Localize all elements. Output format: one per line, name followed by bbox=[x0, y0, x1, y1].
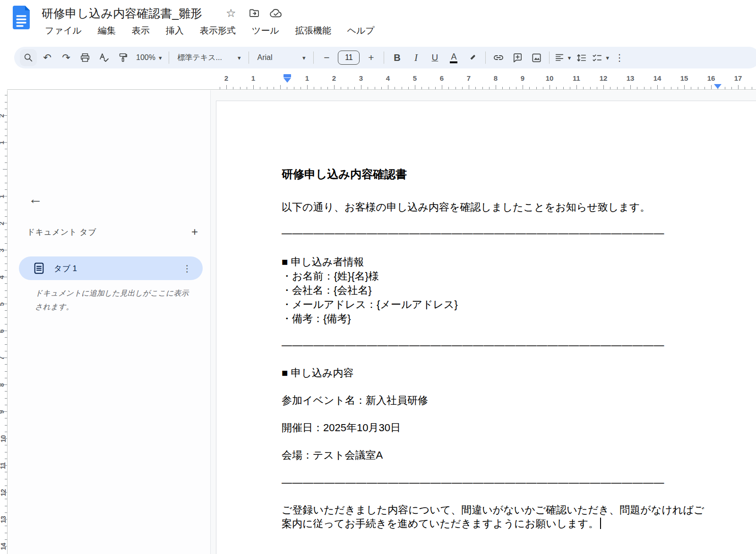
minus-icon: − bbox=[324, 52, 329, 63]
move-folder-icon[interactable] bbox=[248, 8, 260, 19]
left-indent-marker[interactable] bbox=[284, 78, 291, 83]
paint-roller-icon bbox=[118, 52, 128, 63]
doc-intro-line: 以下の通り、お客様の申し込み内容を確認しましたことをお知らせ致します。 bbox=[282, 200, 714, 214]
comment-plus-icon bbox=[512, 52, 523, 63]
insert-link-button[interactable] bbox=[490, 49, 507, 66]
highlight-color-button[interactable] bbox=[464, 49, 481, 66]
menu-insert[interactable]: 挿入 bbox=[161, 24, 189, 38]
search-button[interactable] bbox=[20, 49, 37, 66]
underline-icon: U bbox=[432, 52, 438, 63]
back-arrow-icon: ← bbox=[28, 191, 43, 207]
tab-options-button[interactable]: ⋮ bbox=[180, 263, 194, 274]
doc-info-item: ・メールアドレス：{メールアドレス} bbox=[282, 298, 714, 312]
add-comment-button[interactable] bbox=[509, 49, 526, 66]
tab-item-selected[interactable]: タブ 1 ⋮ bbox=[19, 256, 203, 280]
dropdown-caret-icon: ▾ bbox=[302, 54, 306, 61]
menubar: ファイル 編集 表示 挿入 表示形式 ツール 拡張機能 ヘルプ bbox=[40, 24, 380, 38]
divider bbox=[485, 51, 486, 64]
document-canvas: 研修申し込み内容確認書 以下の通り、お客様の申し込み内容を確認しましたことをお知… bbox=[211, 90, 756, 554]
doc-section-header: ■ 申し込み者情報 bbox=[282, 255, 714, 269]
font-size-input[interactable]: 11 bbox=[338, 51, 360, 65]
font-family-select[interactable]: Arial ▾ bbox=[253, 49, 309, 66]
line-spacing-button[interactable] bbox=[573, 49, 590, 66]
doc-date-line: 開催日：2025年10月30日 bbox=[282, 421, 714, 435]
divider bbox=[384, 51, 384, 64]
app-window: 研修申し込み内容確認書_雛形 ☆ ファイル 編集 表示 挿入 表示形式 ツール … bbox=[0, 0, 756, 554]
print-icon bbox=[80, 52, 90, 63]
undo-button[interactable]: ↶ bbox=[39, 49, 56, 66]
line-spacing-icon bbox=[576, 52, 587, 63]
plus-icon: + bbox=[368, 52, 374, 63]
doc-section-header: ■ 申し込み内容 bbox=[282, 366, 714, 380]
menu-edit[interactable]: 編集 bbox=[93, 24, 121, 38]
document-page[interactable]: 研修申し込み内容確認書 以下の通り、お客様の申し込み内容を確認しましたことをお知… bbox=[216, 101, 756, 554]
menu-extensions[interactable]: 拡張機能 bbox=[290, 24, 336, 38]
text-color-icon: A bbox=[450, 52, 457, 63]
doc-footer-paragraph: ご登録いただきました内容について、間違いがないかご確認いただき、問題がなければご… bbox=[282, 503, 714, 530]
print-button[interactable] bbox=[77, 49, 94, 66]
underline-button[interactable]: U bbox=[426, 49, 443, 66]
link-icon bbox=[493, 52, 504, 63]
tab-label: タブ 1 bbox=[54, 263, 77, 274]
toolbar-more-button[interactable]: ⋮ bbox=[611, 49, 628, 66]
search-icon bbox=[23, 52, 34, 63]
decrease-font-size-button[interactable]: − bbox=[318, 49, 335, 66]
toolbar: ↶ ↷ 100% ▾ 標準テキス... ▾ Arial ▾ − 11 + B bbox=[14, 47, 756, 68]
italic-button[interactable]: I bbox=[407, 49, 424, 66]
doc-venue-line: 会場：テスト会議室A bbox=[282, 448, 714, 462]
bold-icon: B bbox=[394, 52, 400, 63]
menu-format[interactable]: 表示形式 bbox=[195, 24, 241, 38]
doc-heading: 研修申し込み内容確認書 bbox=[282, 167, 714, 181]
tabs-panel-title: ドキュメント タブ bbox=[27, 227, 96, 238]
align-button[interactable]: ▾ bbox=[554, 49, 571, 66]
doc-event-line: 参加イベント名：新入社員研修 bbox=[282, 393, 714, 408]
document-content: 研修申し込み内容確認書 以下の通り、お客様の申し込み内容を確認しましたことをお知… bbox=[282, 167, 714, 530]
right-indent-marker[interactable] bbox=[714, 84, 722, 89]
checklist-icon bbox=[592, 52, 602, 63]
first-line-indent-marker[interactable] bbox=[284, 74, 291, 77]
star-icon[interactable]: ☆ bbox=[226, 7, 236, 20]
checklist-button[interactable]: ▾ bbox=[592, 49, 609, 66]
vertical-ruler[interactable]: 211234567891011121314 bbox=[0, 90, 8, 554]
divider bbox=[249, 51, 249, 64]
cloud-saved-icon[interactable] bbox=[269, 8, 283, 19]
header: 研修申し込み内容確認書_雛形 ☆ ファイル 編集 表示 挿入 表示形式 ツール … bbox=[0, 0, 756, 45]
menu-tools[interactable]: ツール bbox=[247, 24, 284, 38]
divider bbox=[549, 51, 550, 64]
doc-divider-line: ———————————————————————————————————— bbox=[282, 226, 714, 240]
increase-font-size-button[interactable]: + bbox=[362, 49, 379, 66]
doc-info-item: ・備考：{備考} bbox=[282, 312, 714, 326]
italic-icon: I bbox=[414, 52, 418, 64]
horizontal-ruler[interactable]: 211234567891011121314151617 bbox=[7, 74, 756, 90]
tabs-empty-note: ドキュメントに追加した見出しがここに表示されます。 bbox=[35, 286, 193, 314]
menu-file[interactable]: ファイル bbox=[40, 24, 87, 38]
text-color-button[interactable]: A bbox=[445, 49, 462, 66]
redo-button[interactable]: ↷ bbox=[58, 49, 75, 66]
spell-check-icon bbox=[98, 52, 110, 63]
doc-divider-line: ———————————————————————————————————— bbox=[282, 338, 714, 352]
insert-image-button[interactable] bbox=[528, 49, 545, 66]
document-tabs-sidebar: ← ドキュメント タブ + タブ 1 ⋮ ドキュメントに追加した見出しがここに表… bbox=[8, 90, 210, 554]
styles-value: 標準テキス... bbox=[177, 53, 222, 63]
doc-divider-line: ———————————————————————————————————— bbox=[282, 476, 714, 490]
image-icon bbox=[531, 52, 542, 63]
back-button[interactable]: ← bbox=[24, 187, 47, 211]
google-docs-logo-icon[interactable] bbox=[13, 6, 30, 29]
bold-button[interactable]: B bbox=[388, 49, 405, 66]
spell-check-button[interactable] bbox=[95, 49, 112, 66]
text-cursor bbox=[600, 518, 601, 529]
paint-format-button[interactable] bbox=[114, 49, 131, 66]
menu-view[interactable]: 表示 bbox=[127, 24, 155, 38]
highlighter-icon bbox=[467, 52, 478, 63]
paragraph-styles-select[interactable]: 標準テキス... ▾ bbox=[173, 49, 244, 66]
doc-info-item: ・お名前：{姓}{名}様 bbox=[282, 269, 714, 283]
redo-icon: ↷ bbox=[62, 52, 70, 63]
document-tab-icon bbox=[34, 263, 44, 274]
zoom-select[interactable]: 100% ▾ bbox=[133, 49, 164, 66]
divider bbox=[169, 51, 169, 64]
dropdown-caret-icon: ▾ bbox=[238, 54, 241, 61]
document-title[interactable]: 研修申し込み内容確認書_雛形 bbox=[42, 6, 202, 21]
dropdown-caret-icon: ▾ bbox=[606, 54, 609, 61]
menu-help[interactable]: ヘルプ bbox=[342, 24, 380, 38]
add-tab-button[interactable]: + bbox=[187, 224, 203, 240]
